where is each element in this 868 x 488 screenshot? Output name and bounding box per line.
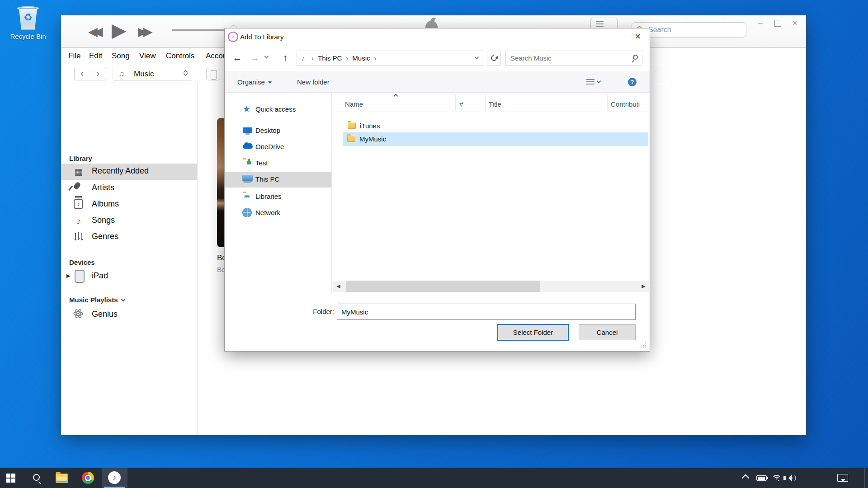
- battery-icon[interactable]: [756, 475, 767, 481]
- recent-locations-chevron-icon[interactable]: [265, 56, 278, 70]
- sidebar-item-this-pc[interactable]: This PC: [225, 172, 331, 188]
- file-row-itunes[interactable]: iTunes: [348, 120, 483, 132]
- start-button[interactable]: [0, 468, 22, 488]
- sidebar-item-artists[interactable]: Artists: [61, 180, 197, 197]
- dialog-toolbar: Organise New folder ?: [225, 71, 650, 93]
- music-note-icon: ♫: [118, 69, 125, 79]
- cancel-button[interactable]: Cancel: [579, 324, 636, 340]
- recycle-bin-shortcut[interactable]: ♻ Recycle Bin: [5, 5, 52, 40]
- menu-view[interactable]: View: [139, 48, 156, 64]
- library-section-header: Library: [69, 155, 92, 162]
- sidebar-item-recently-added[interactable]: ▦ Recently Added: [61, 164, 197, 180]
- menu-edit[interactable]: Edit: [89, 48, 102, 64]
- nav-back-button[interactable]: ←: [231, 51, 244, 65]
- sidebar-item-desktop[interactable]: Desktop: [225, 123, 331, 139]
- dialog-titlebar[interactable]: ♪ Add To Library ×: [225, 28, 650, 45]
- organise-button[interactable]: Organise: [237, 71, 272, 93]
- scrollbar-thumb[interactable]: [346, 281, 540, 292]
- action-center-icon[interactable]: [837, 474, 848, 482]
- sidebar-item-quick-access[interactable]: ★ Quick access: [225, 102, 331, 117]
- sidebar-item-network[interactable]: Network: [225, 205, 331, 221]
- folder-name-field[interactable]: [337, 304, 636, 320]
- ipad-icon: [75, 270, 85, 283]
- scroll-left-arrow[interactable]: ◀: [333, 281, 344, 292]
- libraries-icon: [243, 193, 253, 203]
- folder-icon: [348, 122, 356, 129]
- dialog-search-input[interactable]: [505, 51, 642, 66]
- microphone-icon: [73, 181, 81, 190]
- taskbar-chrome-button[interactable]: [76, 468, 99, 488]
- file-list: iTunes: [331, 93, 650, 294]
- forward-button[interactable]: ›: [90, 68, 106, 80]
- sidebar-item-test[interactable]: Test: [225, 155, 331, 171]
- sidebar-item-libraries[interactable]: Libraries: [225, 189, 331, 205]
- close-button[interactable]: ×: [790, 18, 800, 28]
- nav-up-button[interactable]: ↑: [278, 51, 292, 65]
- genres-icon: [74, 231, 84, 241]
- show-desktop-button[interactable]: [864, 468, 865, 488]
- breadcrumb-this-pc[interactable]: This PC: [318, 54, 342, 62]
- sidebar-item-genres[interactable]: Genres: [61, 229, 197, 245]
- taskbar-file-explorer-button[interactable]: [50, 468, 73, 488]
- maximize-button[interactable]: [773, 18, 783, 28]
- library-view-toggle-button[interactable]: [590, 18, 618, 30]
- device-button[interactable]: [206, 68, 220, 80]
- address-dropdown-icon[interactable]: [475, 57, 478, 59]
- album-artwork-thumbnail[interactable]: [217, 118, 225, 247]
- view-mode-icon[interactable]: [586, 79, 594, 85]
- show-hidden-icons-chevron[interactable]: [742, 474, 750, 482]
- scroll-right-arrow[interactable]: ▶: [638, 281, 649, 292]
- itunes-sidebar: Library ▦ Recently Added Artists ♪ Album…: [61, 83, 198, 435]
- recycle-bin-label: Recycle Bin: [5, 33, 52, 40]
- breadcrumb-chevron-icon: ›: [374, 54, 377, 62]
- dialog-search-field[interactable]: [505, 51, 642, 66]
- disclosure-triangle-icon[interactable]: ▶: [66, 273, 70, 279]
- taskbar-itunes-button[interactable]: ♪: [102, 468, 127, 488]
- menu-file[interactable]: File: [68, 48, 80, 64]
- playlists-section-header[interactable]: Music Playlists: [69, 296, 125, 304]
- new-folder-button[interactable]: New folder: [297, 71, 330, 93]
- chrome-icon: [82, 472, 94, 484]
- search-icon: [633, 55, 638, 60]
- media-kind-picker[interactable]: ♫ Music: [113, 67, 192, 81]
- genius-atom-icon: [73, 308, 84, 321]
- refresh-icon: [490, 54, 498, 62]
- music-note-icon: ♪: [301, 54, 305, 62]
- sidebar-item-songs[interactable]: ♪ Songs: [61, 213, 197, 229]
- file-row-mymusic[interactable]: MyMusic: [347, 133, 483, 145]
- music-note-icon: ♪: [73, 215, 85, 227]
- dialog-close-button[interactable]: ×: [628, 30, 648, 43]
- menu-song[interactable]: Song: [112, 48, 130, 64]
- albums-icon: ♪: [74, 199, 83, 209]
- sidebar-item-genius[interactable]: Genius: [61, 307, 197, 323]
- breadcrumb-chevron-icon: ›: [311, 54, 314, 62]
- breadcrumb-music[interactable]: Music: [352, 54, 370, 62]
- help-button[interactable]: ?: [628, 78, 637, 86]
- view-mode-dropdown-icon[interactable]: [597, 81, 600, 83]
- select-folder-button[interactable]: Select Folder: [497, 324, 569, 341]
- list-view-icon: [596, 21, 604, 27]
- back-button[interactable]: ‹: [74, 68, 90, 80]
- address-bar[interactable]: ♪ › This PC › Music ›: [297, 51, 484, 66]
- folder-name-input[interactable]: [337, 304, 636, 320]
- breadcrumb-chevron-icon: ›: [346, 54, 348, 62]
- taskbar-search-button[interactable]: [26, 468, 48, 488]
- sidebar-item-ipad[interactable]: ▶ iPad: [61, 268, 197, 285]
- search-icon: [33, 474, 40, 481]
- menu-controls[interactable]: Controls: [166, 48, 194, 64]
- refresh-button[interactable]: [487, 51, 501, 66]
- sidebar-item-onedrive[interactable]: OneDrive: [225, 139, 331, 155]
- wifi-icon[interactable]: [771, 474, 782, 482]
- minimize-button[interactable]: –: [755, 18, 765, 28]
- fast-forward-button[interactable]: ▶▶: [138, 26, 149, 38]
- sidebar-item-albums[interactable]: ♪ Albums: [61, 197, 197, 213]
- resize-grip[interactable]: [641, 342, 646, 347]
- volume-slider-track[interactable]: [172, 29, 229, 31]
- rewind-button[interactable]: ◀◀: [88, 26, 99, 38]
- nav-forward-button[interactable]: →: [248, 51, 262, 65]
- play-button[interactable]: ▶: [112, 21, 126, 40]
- speaker-icon[interactable]: [783, 474, 795, 482]
- windows-logo-icon: [6, 474, 15, 483]
- horizontal-scrollbar[interactable]: ◀ ▶: [333, 281, 649, 292]
- onedrive-cloud-icon: [243, 145, 253, 149]
